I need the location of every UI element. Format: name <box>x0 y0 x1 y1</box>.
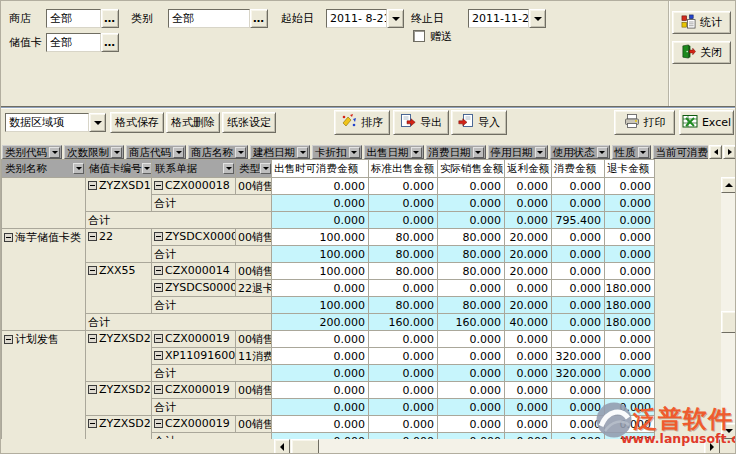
field-chip-4[interactable]: 商店名称 <box>188 145 248 159</box>
value-cell: 320.000 <box>552 365 605 382</box>
format-save-button[interactable]: 格式保存 <box>110 112 164 133</box>
field-chip-12[interactable]: 当前可消费金额 <box>653 145 709 159</box>
field-chip-10[interactable]: 使用状态 <box>550 145 610 159</box>
import-button[interactable]: 导入 <box>451 110 507 135</box>
scroll-left-icon[interactable] <box>274 439 290 454</box>
field-filter-dropdown-icon[interactable] <box>235 147 246 158</box>
horizontal-scrollbar[interactable] <box>274 439 720 454</box>
start-date-value[interactable]: 2011- 8-21 <box>326 9 387 28</box>
row-header-4[interactable]: 类型 <box>236 160 272 178</box>
row-header-dropdown-icon[interactable] <box>260 163 271 174</box>
value-header-5[interactable]: 消费金额 <box>552 160 605 178</box>
vertical-scrollbar[interactable] <box>721 177 736 439</box>
card-field[interactable]: 全部 … <box>46 33 119 52</box>
row-header-dropdown-icon[interactable] <box>142 163 152 174</box>
field-filter-dropdown-icon[interactable] <box>638 147 649 158</box>
scroll-right-icon[interactable] <box>704 439 720 454</box>
print-button[interactable]: 打印 <box>614 110 675 135</box>
field-chip-label: 商店代码 <box>129 146 171 158</box>
excel-button[interactable]: Excel <box>679 110 734 135</box>
start-date-dropdown-icon[interactable] <box>387 9 404 28</box>
collapse-icon[interactable] <box>88 334 97 343</box>
end-date-combo[interactable]: 2011-11-21 <box>468 9 546 28</box>
row-header-2[interactable]: 储值卡编号 <box>86 160 152 178</box>
value-header-6[interactable]: 退卡金额 <box>605 160 655 178</box>
stats-button[interactable]: 统计 <box>672 11 731 34</box>
field-filter-dropdown-icon[interactable] <box>297 147 308 158</box>
field-chip-7[interactable]: 出售日期 <box>364 145 424 159</box>
field-filter-dropdown-icon[interactable] <box>411 147 422 158</box>
scroll-down-icon[interactable] <box>721 423 736 439</box>
collapse-icon[interactable] <box>88 266 97 275</box>
gift-checkbox[interactable] <box>413 30 425 42</box>
field-filter-dropdown-icon[interactable] <box>111 147 122 158</box>
data-area-select[interactable]: 数据区域项 <box>5 113 106 132</box>
row-header-dropdown-icon[interactable] <box>73 163 84 174</box>
collapse-icon[interactable] <box>154 232 163 241</box>
collapse-icon[interactable] <box>4 233 13 242</box>
collapse-icon[interactable] <box>154 181 163 190</box>
store-ellipsis-button[interactable]: … <box>101 9 119 28</box>
field-filter-dropdown-icon[interactable] <box>349 147 360 158</box>
field-filter-dropdown-icon[interactable] <box>535 147 546 158</box>
format-delete-button[interactable]: 格式删除 <box>166 112 220 133</box>
end-date-dropdown-icon[interactable] <box>529 9 546 28</box>
chip-scroll-left-icon[interactable] <box>709 145 722 159</box>
collapse-icon[interactable] <box>154 385 163 394</box>
paper-setting-button[interactable]: 纸张设定 <box>222 112 276 133</box>
chip-scroll-nav <box>709 145 736 159</box>
data-area-dropdown-icon[interactable] <box>89 113 106 132</box>
collapse-icon[interactable] <box>4 335 13 344</box>
collapse-icon[interactable] <box>88 232 97 241</box>
value-header-3[interactable]: 实际销售金额 <box>438 160 505 178</box>
collapse-icon[interactable] <box>154 266 163 275</box>
field-chip-5[interactable]: 建档日期 <box>250 145 310 159</box>
doc-text: 合计 <box>154 367 176 380</box>
category-field[interactable]: 全部 … <box>168 9 268 28</box>
sort-button-label: 排序 <box>361 115 383 130</box>
card-cell: ZYZXSD20 <box>86 331 152 382</box>
end-date-value[interactable]: 2011-11-21 <box>468 9 529 28</box>
collapse-icon[interactable] <box>154 283 163 292</box>
category-value[interactable]: 全部 <box>168 9 250 28</box>
field-filter-dropdown-icon[interactable] <box>173 147 184 158</box>
field-filter-dropdown-icon[interactable] <box>49 147 60 158</box>
collapse-icon[interactable] <box>154 351 163 360</box>
collapse-icon[interactable] <box>88 181 97 190</box>
field-chip-11[interactable]: 性质 <box>612 145 651 159</box>
store-value[interactable]: 全部 <box>46 9 101 28</box>
export-button[interactable]: 导出 <box>393 110 449 135</box>
row-header-3[interactable]: 联系单据 <box>152 160 236 178</box>
scroll-up-icon[interactable] <box>721 177 736 193</box>
close-button[interactable]: 关闭 <box>672 41 731 64</box>
collapse-icon[interactable] <box>154 334 163 343</box>
data-area-value[interactable]: 数据区域项 <box>5 113 89 132</box>
store-field[interactable]: 全部 … <box>46 9 119 28</box>
card-value[interactable]: 全部 <box>46 33 101 52</box>
field-chip-6[interactable]: 卡折扣 <box>312 145 362 159</box>
value-cell: 0.000 <box>272 331 369 348</box>
vertical-scroll-thumb[interactable] <box>721 311 736 333</box>
collapse-icon[interactable] <box>88 385 97 394</box>
row-header-1[interactable]: 类别名称 <box>2 160 86 178</box>
collapse-icon[interactable] <box>88 419 97 428</box>
field-filter-dropdown-icon[interactable] <box>473 147 484 158</box>
doc-cell: ZYSDCS000015 <box>152 280 236 297</box>
row-header-dropdown-icon[interactable] <box>223 163 234 174</box>
field-chip-1[interactable]: 类别代码 <box>2 145 62 159</box>
horizontal-scroll-thumb[interactable] <box>291 439 319 454</box>
category-ellipsis-button[interactable]: … <box>250 9 268 28</box>
chip-scroll-right-icon[interactable] <box>723 145 736 159</box>
start-date-combo[interactable]: 2011- 8-21 <box>326 9 404 28</box>
field-chip-3[interactable]: 商店代码 <box>126 145 186 159</box>
value-header-4[interactable]: 返利金额 <box>505 160 552 178</box>
field-filter-dropdown-icon[interactable] <box>597 147 608 158</box>
field-chip-8[interactable]: 消费日期 <box>426 145 486 159</box>
card-ellipsis-button[interactable]: … <box>101 33 119 52</box>
collapse-icon[interactable] <box>154 419 163 428</box>
sort-button[interactable]: 排序 <box>334 110 390 135</box>
field-chip-9[interactable]: 停用日期 <box>488 145 548 159</box>
value-header-2[interactable]: 标准出售金额 <box>369 160 438 178</box>
field-chip-2[interactable]: 次数限制 <box>64 145 124 159</box>
value-header-1[interactable]: 出售时可消费金额 <box>272 160 369 178</box>
